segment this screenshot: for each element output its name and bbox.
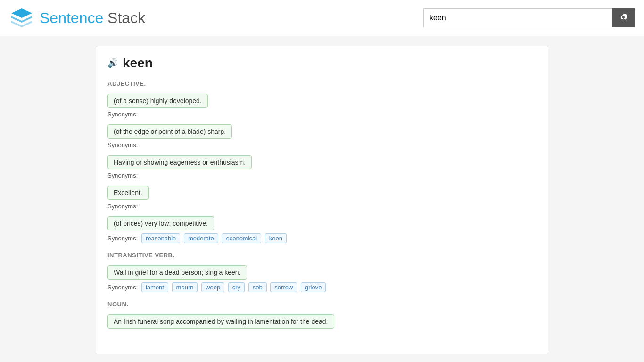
definition-block: (of a sense) highly developed. Synonyms: xyxy=(107,94,537,118)
logo-stack: Stack xyxy=(103,9,145,26)
search-icon xyxy=(619,14,627,22)
synonyms-label: Synonyms: xyxy=(107,203,138,210)
definition-tag[interactable]: (of a sense) highly developed. xyxy=(107,94,208,108)
search-area xyxy=(423,8,635,27)
definition-block: An Irish funeral song accompanied by wai… xyxy=(107,314,537,331)
synonym-tag[interactable]: weep xyxy=(201,282,224,292)
synonym-tag[interactable]: mourn xyxy=(172,282,198,292)
synonym-tag[interactable]: grieve xyxy=(301,282,326,292)
synonym-tag[interactable]: sorrow xyxy=(270,282,297,292)
speaker-icon[interactable]: 🔊 xyxy=(107,58,118,68)
synonyms-label: Synonyms: xyxy=(107,284,138,291)
search-button[interactable] xyxy=(612,8,635,27)
logo-sentence: Sentence xyxy=(40,9,103,26)
synonym-tag[interactable]: reasonable xyxy=(141,233,180,243)
synonym-tag[interactable]: economical xyxy=(222,233,261,243)
synonyms-line: Synonyms: lament mourn weep cry sob sorr… xyxy=(107,282,537,292)
definition-block: Wail in grief for a dead person; sing a … xyxy=(107,265,537,292)
section-noun: NOUN. An Irish funeral song accompanied … xyxy=(107,301,537,331)
word-title: keen xyxy=(123,56,153,71)
synonyms-line: Synonyms: xyxy=(107,172,537,179)
svg-marker-0 xyxy=(11,8,32,18)
definition-block: (of the edge or point of a blade) sharp.… xyxy=(107,124,537,148)
logo-icon xyxy=(9,6,34,30)
definition-tag[interactable]: An Irish funeral song accompanied by wai… xyxy=(107,314,334,329)
synonym-tag[interactable]: cry xyxy=(228,282,245,292)
synonyms-label: Synonyms: xyxy=(107,141,138,148)
pos-adjective: ADJECTIVE. xyxy=(107,80,537,87)
synonyms-line: Synonyms: xyxy=(107,203,537,210)
pos-intransitive-verb: INTRANSITIVE VERB. xyxy=(107,252,537,259)
definition-tag[interactable]: (of prices) very low; competitive. xyxy=(107,216,214,230)
header: Sentence Stack xyxy=(0,0,644,36)
synonyms-line: Synonyms: reasonable moderate economical… xyxy=(107,233,537,243)
synonym-tag[interactable]: keen xyxy=(265,233,287,243)
search-input[interactable] xyxy=(423,8,612,27)
section-intransitive-verb: INTRANSITIVE VERB. Wail in grief for a d… xyxy=(107,252,537,292)
definition-tag[interactable]: (of the edge or point of a blade) sharp. xyxy=(107,124,232,139)
synonyms-label: Synonyms: xyxy=(107,235,138,242)
pos-noun: NOUN. xyxy=(107,301,537,308)
definition-block: Having or showing eagerness or enthusias… xyxy=(107,155,537,179)
definition-tag[interactable]: Having or showing eagerness or enthusias… xyxy=(107,155,252,169)
synonyms-label: Synonyms: xyxy=(107,172,138,179)
synonym-tag[interactable]: sob xyxy=(248,282,267,292)
definition-block: Excellent. Synonyms: xyxy=(107,186,537,210)
section-adjective: ADJECTIVE. (of a sense) highly developed… xyxy=(107,80,537,243)
main-content: 🔊 keen ADJECTIVE. (of a sense) highly de… xyxy=(96,46,548,354)
definition-tag[interactable]: Wail in grief for a dead person; sing a … xyxy=(107,265,247,280)
synonyms-line: Synonyms: xyxy=(107,141,537,148)
definition-tag[interactable]: Excellent. xyxy=(107,186,149,200)
logo-text: Sentence Stack xyxy=(40,9,145,27)
synonym-tag[interactable]: moderate xyxy=(184,233,218,243)
logo-area: Sentence Stack xyxy=(9,6,145,30)
synonyms-label: Synonyms: xyxy=(107,111,138,118)
word-header: 🔊 keen xyxy=(107,56,537,71)
synonyms-line: Synonyms: xyxy=(107,111,537,118)
synonym-tag[interactable]: lament xyxy=(141,282,168,292)
definition-block: (of prices) very low; competitive. Synon… xyxy=(107,216,537,243)
